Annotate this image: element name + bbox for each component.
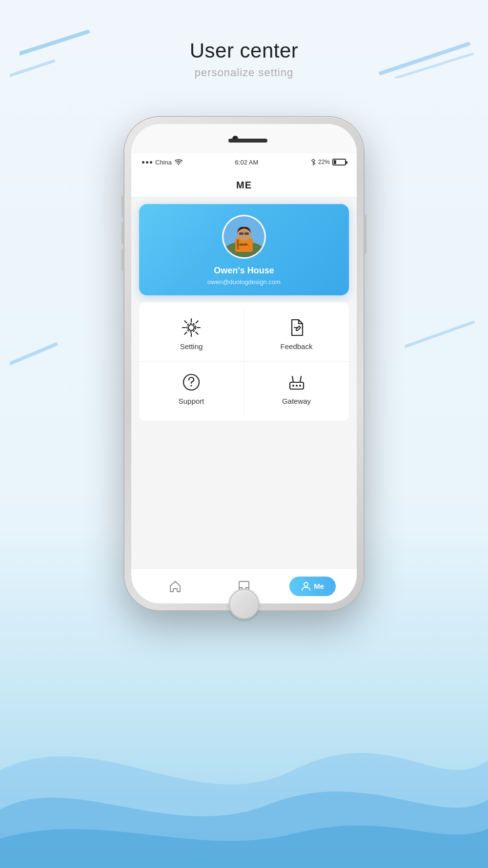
menu-item-gateway[interactable]: Gateway <box>244 362 349 416</box>
svg-point-22 <box>296 385 298 387</box>
signal-dots <box>142 161 152 164</box>
avatar: UNEMP... <box>222 215 266 259</box>
svg-rect-12 <box>244 232 249 235</box>
person-icon <box>301 581 311 591</box>
avatar-image: UNEMP... <box>224 216 264 257</box>
status-bar: China 6:02 AM 22% <box>131 153 357 171</box>
svg-text:UNEMP...: UNEMP... <box>239 243 249 246</box>
carrier-name: China <box>155 159 172 166</box>
phone-device: China 6:02 AM 22% <box>124 117 364 610</box>
home-icon <box>169 580 182 593</box>
svg-point-23 <box>299 385 301 387</box>
menu-grid: Setting Feedback <box>139 302 349 421</box>
file-edit-icon <box>287 318 306 337</box>
profile-card[interactable]: UNEMP... Owen's <box>139 204 349 295</box>
page-title: User center <box>0 39 488 62</box>
battery-percent: 22% <box>318 159 330 165</box>
tab-home[interactable] <box>141 569 210 603</box>
tab-me[interactable]: Me <box>278 569 347 603</box>
svg-line-20 <box>300 376 301 382</box>
svg-point-17 <box>191 385 192 387</box>
help-circle-icon <box>182 372 201 392</box>
svg-point-14 <box>188 325 194 331</box>
app-header: ME <box>131 171 357 197</box>
gear-icon <box>182 318 201 337</box>
status-time: 6:02 AM <box>235 159 259 166</box>
profile-name: Owen's House <box>147 266 341 276</box>
menu-label-gateway: Gateway <box>282 397 311 405</box>
tab-me-pill[interactable]: Me <box>289 577 336 596</box>
svg-line-4 <box>10 344 56 364</box>
menu-label-setting: Setting <box>180 342 203 351</box>
phone-top-bar <box>131 124 357 153</box>
app-screen: ME UNEMP... <box>131 171 357 603</box>
battery-icon <box>332 159 346 165</box>
page-subtitle: personalize setting <box>0 66 488 79</box>
tab-me-label: Me <box>314 582 324 590</box>
page-header: User center personalize setting <box>0 0 488 79</box>
wifi-icon <box>175 159 183 165</box>
app-header-title: ME <box>131 180 357 191</box>
home-button[interactable] <box>229 589 259 619</box>
menu-label-support: Support <box>179 397 204 405</box>
bluetooth-icon <box>311 159 316 165</box>
menu-label-feedback: Feedback <box>281 342 313 351</box>
status-right: 22% <box>311 159 346 165</box>
menu-item-support[interactable]: Support <box>139 362 244 416</box>
svg-line-5 <box>405 322 473 347</box>
svg-line-19 <box>292 376 293 382</box>
svg-point-21 <box>292 385 294 387</box>
phone-speaker <box>228 139 267 143</box>
router-icon <box>287 372 306 392</box>
menu-item-setting[interactable]: Setting <box>139 307 244 362</box>
status-left: China <box>142 159 183 166</box>
svg-point-25 <box>304 582 308 586</box>
profile-email: owen@duologdesign.com <box>147 278 341 286</box>
menu-item-feedback[interactable]: Feedback <box>244 307 349 362</box>
svg-rect-11 <box>239 232 244 235</box>
